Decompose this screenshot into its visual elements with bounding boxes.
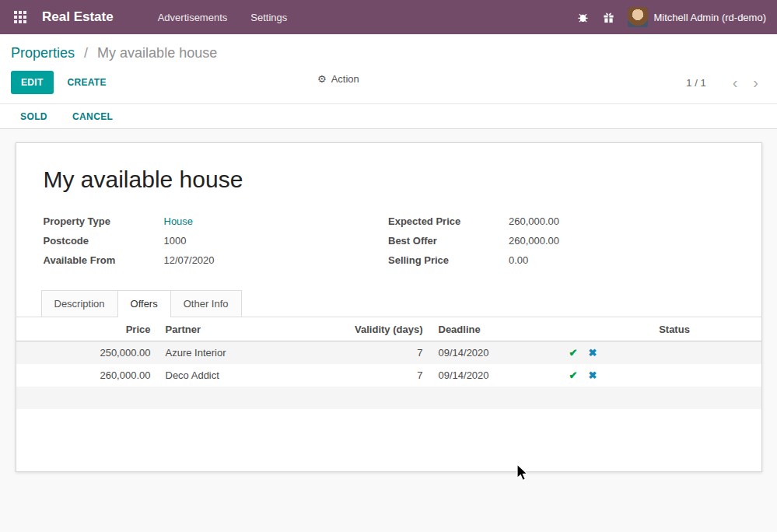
cell-partner: Deco Addict bbox=[151, 369, 331, 381]
field-value-available-from: 12/07/2020 bbox=[164, 254, 215, 266]
tab-bar: Description Offers Other Info bbox=[16, 290, 761, 317]
column-header-deadline[interactable]: Deadline bbox=[423, 324, 548, 335]
user-menu[interactable]: Mitchell Admin (rd-demo) bbox=[628, 7, 767, 27]
field-value-postcode: 1000 bbox=[164, 235, 187, 247]
cell-validity: 7 bbox=[331, 347, 423, 359]
column-header-status[interactable]: Status bbox=[619, 324, 761, 335]
content-area: My available house Property Type House P… bbox=[0, 129, 777, 532]
notebook: Description Offers Other Info Price Part… bbox=[16, 290, 761, 409]
action-label: Action bbox=[331, 73, 359, 85]
avatar bbox=[628, 7, 648, 27]
cell-price: 250,000.00 bbox=[16, 347, 151, 359]
pager-value: 1 / 1 bbox=[686, 77, 705, 89]
table-row-empty bbox=[16, 387, 761, 409]
check-icon: ✔ bbox=[569, 347, 578, 359]
top-menu: Advertisements Settings bbox=[146, 2, 299, 33]
offers-table: Price Partner Validity (days) Deadline S… bbox=[16, 317, 761, 409]
menu-advertisements[interactable]: Advertisements bbox=[146, 2, 240, 33]
field-label-property-type: Property Type bbox=[44, 215, 164, 227]
column-header-partner[interactable]: Partner bbox=[151, 324, 331, 335]
field-label-best-offer: Best Offer bbox=[388, 235, 509, 247]
form-sheet: My available house Property Type House P… bbox=[16, 142, 762, 472]
check-icon: ✔ bbox=[569, 369, 578, 381]
edit-button[interactable]: EDIT bbox=[11, 71, 54, 94]
refuse-offer-button[interactable]: ✖ bbox=[589, 347, 597, 359]
tab-description[interactable]: Description bbox=[41, 290, 118, 317]
field-label-expected-price: Expected Price bbox=[388, 215, 509, 227]
tab-offers[interactable]: Offers bbox=[117, 290, 171, 317]
field-label-selling-price: Selling Price bbox=[388, 254, 509, 266]
offers-table-header: Price Partner Validity (days) Deadline S… bbox=[16, 317, 761, 341]
apps-menu-icon[interactable] bbox=[11, 8, 30, 26]
breadcrumb-current: My available house bbox=[97, 45, 217, 61]
times-icon: ✖ bbox=[589, 369, 597, 381]
refuse-offer-button[interactable]: ✖ bbox=[589, 369, 597, 381]
field-label-available-from: Available From bbox=[44, 254, 164, 266]
field-value-selling-price: 0.00 bbox=[509, 254, 528, 266]
sold-button[interactable]: SOLD bbox=[20, 111, 47, 122]
field-value-property-type[interactable]: House bbox=[164, 215, 194, 227]
gift-icon[interactable] bbox=[596, 9, 621, 26]
pager-next-icon[interactable]: › bbox=[745, 75, 766, 90]
accept-offer-button[interactable]: ✔ bbox=[569, 369, 578, 381]
top-navbar: Real Estate Advertisements Settings bbox=[0, 0, 777, 34]
cell-validity: 7 bbox=[331, 369, 423, 381]
cell-partner: Azure Interior bbox=[151, 347, 331, 359]
cancel-button[interactable]: CANCEL bbox=[72, 111, 113, 122]
breadcrumb: Properties / My available house bbox=[11, 45, 766, 61]
field-label-postcode: Postcode bbox=[44, 235, 164, 247]
pager-previous-icon[interactable]: ‹ bbox=[725, 75, 746, 90]
menu-settings[interactable]: Settings bbox=[239, 2, 299, 33]
table-row[interactable]: 260,000.00 Deco Addict 7 09/14/2020 ✔ ✖ bbox=[16, 364, 761, 387]
gear-icon: ⚙ bbox=[317, 73, 327, 85]
column-header-price[interactable]: Price bbox=[16, 324, 151, 335]
field-value-best-offer: 260,000.00 bbox=[509, 235, 559, 247]
breadcrumb-properties-link[interactable]: Properties bbox=[11, 45, 75, 61]
control-panel: Properties / My available house EDIT CRE… bbox=[0, 34, 777, 103]
cell-price: 260,000.00 bbox=[16, 369, 151, 381]
field-group: Property Type House Postcode 1000 Availa… bbox=[16, 212, 761, 270]
table-row[interactable]: 250,000.00 Azure Interior 7 09/14/2020 ✔… bbox=[16, 341, 761, 364]
accept-offer-button[interactable]: ✔ bbox=[569, 347, 578, 359]
record-title: My available house bbox=[44, 166, 733, 193]
user-name: Mitchell Admin (rd-demo) bbox=[654, 12, 767, 23]
cell-deadline: 09/14/2020 bbox=[423, 369, 548, 381]
bug-icon[interactable] bbox=[570, 9, 596, 26]
cell-deadline: 09/14/2020 bbox=[423, 347, 548, 359]
form-statusbar: SOLD CANCEL bbox=[0, 103, 777, 129]
create-button[interactable]: CREATE bbox=[58, 71, 116, 94]
times-icon: ✖ bbox=[589, 347, 597, 359]
app-brand[interactable]: Real Estate bbox=[42, 9, 114, 25]
tab-other-info[interactable]: Other Info bbox=[170, 290, 242, 317]
breadcrumb-separator: / bbox=[84, 45, 88, 61]
field-value-expected-price: 260,000.00 bbox=[509, 215, 559, 227]
action-menu-button[interactable]: ⚙ Action bbox=[313, 72, 364, 86]
column-header-validity[interactable]: Validity (days) bbox=[331, 324, 423, 335]
